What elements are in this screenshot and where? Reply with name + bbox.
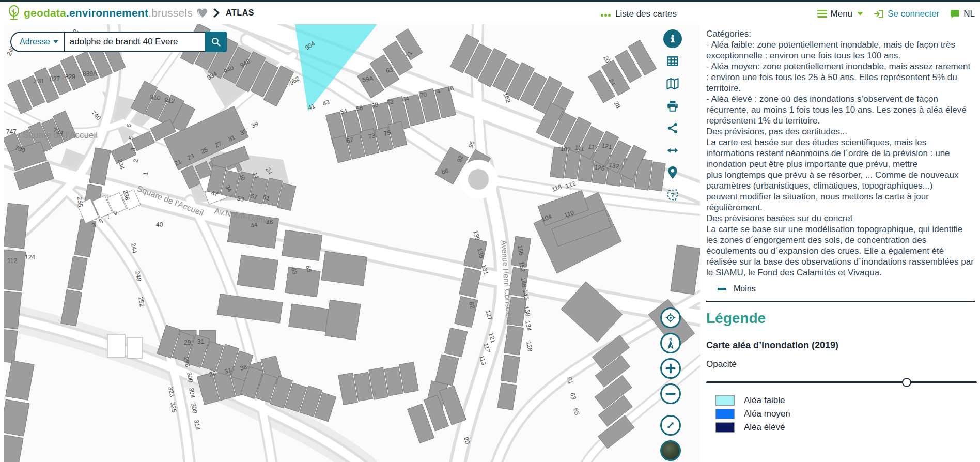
table-icon (666, 55, 679, 68)
house-number: 31 (197, 338, 205, 345)
share-button[interactable] (664, 119, 681, 137)
house-number: 112 (7, 257, 17, 265)
panel-paragraphs: Catégories:- Aléa faible: zone potentiel… (706, 28, 975, 278)
fullscreen-button[interactable] (660, 415, 681, 436)
house-number: 124 (25, 254, 35, 261)
zoom-out-button[interactable] (660, 383, 681, 404)
plus-icon (665, 363, 676, 374)
legend-swatch (715, 395, 735, 406)
search-pill: Adresse (10, 32, 205, 52)
top-header: geodata.environnement.brussels ATLAS Lis… (0, 0, 980, 24)
legend-label: Aléa moyen (744, 409, 790, 419)
map-canvas[interactable]: Square de l'AccueilSquare de l'AccueilAv… (4, 24, 700, 462)
search-button[interactable] (205, 32, 227, 52)
legend-label: Aléa élévé (744, 422, 785, 433)
house-number: 829 (65, 73, 75, 81)
legend-heading: Légende (706, 310, 975, 327)
printer-icon (666, 99, 679, 113)
header-right-group: Menu Se connecter NL (817, 2, 975, 26)
layer-title: Carte aléa d’inondation (2019) (706, 340, 975, 351)
search-icon (211, 37, 221, 47)
map-tools-toolbar: ? (658, 29, 687, 204)
share-icon (666, 122, 679, 134)
opacity-label: Opacité (706, 359, 975, 369)
info-panel: Catégories:- Aléa faible: zone potentiel… (700, 24, 980, 462)
opacity-slider[interactable] (706, 378, 977, 387)
locate-address-button[interactable] (664, 164, 681, 181)
map-container[interactable]: Square de l'AccueilSquare de l'AccueilAv… (4, 24, 700, 462)
house-number: 747 (6, 128, 17, 135)
search-input[interactable] (65, 37, 205, 47)
panel-divider (706, 301, 975, 302)
legend-row: Aléa élévé (706, 422, 975, 433)
language-switch[interactable]: NL (950, 9, 975, 19)
basemap-button[interactable] (664, 75, 681, 93)
compass-icon: N (665, 337, 676, 349)
basemap-thumbnail-button[interactable] (660, 440, 681, 461)
location-pin-icon (667, 166, 678, 179)
info-tool-button[interactable] (663, 29, 682, 48)
menu-button[interactable]: Menu (817, 8, 864, 19)
slider-thumb[interactable] (902, 378, 911, 387)
panel-paragraph: - Aléa faible: zone potentiellement inon… (706, 39, 975, 61)
house-number: 40 (156, 221, 163, 228)
login-link[interactable]: Se connecter (874, 9, 939, 19)
list-of-maps-link[interactable]: Liste des cartes (601, 2, 677, 26)
house-number: 910 (150, 93, 161, 102)
map-roundabout (459, 160, 498, 199)
horizontal-arrows-icon (666, 144, 679, 157)
panel-paragraph: plus longtemps que prévu à se résorber, … (706, 170, 975, 191)
panel-paragraph: - Aléa élevé : zone où des inondations s… (706, 94, 975, 126)
house-number: 839A (83, 70, 97, 78)
legend-label: Aléa faible (744, 395, 785, 406)
legend-row: Aléa moyen (706, 409, 975, 419)
brand-logo[interactable]: geodata.environnement.brussels (7, 5, 208, 21)
minus-icon (718, 288, 726, 290)
panel-paragraph: La carte se base sur une modélisation to… (706, 224, 975, 278)
search-type-select[interactable]: Adresse (20, 37, 64, 47)
login-label: Se connecter (888, 9, 939, 19)
identify-region-button[interactable]: ? (664, 186, 681, 204)
tree-icon (7, 5, 21, 21)
dots-icon (601, 9, 612, 19)
identify-help-icon: ? (666, 188, 679, 202)
legend-swatch (715, 409, 735, 419)
chevron-down-icon (857, 12, 863, 16)
legend-items: Aléa faibleAléa moyenAléa élévé (706, 395, 975, 433)
brand-wordmark: geodata.environnement.brussels (24, 7, 193, 19)
minus-icon (665, 389, 676, 399)
collapse-label: Moins (734, 284, 756, 294)
breadcrumb-chevron-icon (213, 8, 220, 18)
house-number: 827 (50, 75, 60, 83)
collapse-toggle[interactable]: Moins (718, 284, 975, 294)
legend-row: Aléa faible (706, 395, 975, 406)
house-number: 831 (34, 78, 44, 85)
map-nav-controls: N (660, 307, 681, 461)
address-search-bar: Adresse (10, 32, 227, 52)
panel-paragraph: peuvent modifier la situation, nous mett… (706, 191, 975, 213)
info-icon (667, 34, 678, 44)
geolocate-button[interactable] (660, 307, 681, 328)
print-button[interactable] (664, 97, 681, 115)
svg-text:?: ? (671, 191, 675, 199)
compass-north-button[interactable]: N (660, 333, 681, 353)
page-title: ATLAS (226, 8, 254, 18)
speech-bubble-icon (950, 9, 960, 19)
folded-map-icon (665, 76, 680, 91)
list-of-maps-label: Liste des cartes (615, 9, 677, 19)
house-number: 48 (266, 218, 274, 226)
menu-label: Menu (831, 9, 853, 19)
panel-paragraph: Des prévisions, pas des certitudes... (706, 126, 975, 137)
panel-paragraph: Des prévisions basées sur du concret (706, 213, 975, 224)
geolocate-icon (665, 312, 676, 324)
expand-arrows-icon (665, 420, 676, 431)
house-number: 63 (385, 66, 394, 74)
zoom-in-button[interactable] (660, 358, 681, 379)
chevron-down-icon (53, 40, 58, 43)
attribute-table-button[interactable] (664, 53, 681, 70)
search-type-label: Adresse (20, 37, 50, 47)
house-number: 255 (76, 196, 84, 207)
hamburger-icon (817, 8, 827, 19)
swipe-compare-button[interactable] (664, 142, 681, 159)
house-number: 29 (184, 339, 191, 346)
